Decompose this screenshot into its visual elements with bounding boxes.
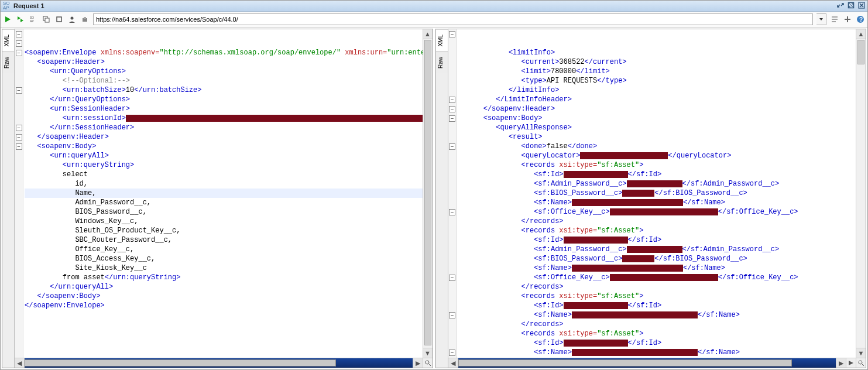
code-line[interactable]: <sf:Name></sf:Name> xyxy=(458,348,856,357)
code-line[interactable]: Office_Key__c, xyxy=(25,245,423,254)
code-line[interactable]: <sf:Office_Key__c></sf:Office_Key__c> xyxy=(458,207,856,217)
code-line[interactable]: </urn:QueryOptions> xyxy=(25,95,423,104)
wsi-button[interactable] xyxy=(830,15,839,24)
code-line[interactable]: <soapenv:Body> xyxy=(458,114,856,123)
code-line[interactable]: <!--Optional:--> xyxy=(25,76,423,85)
code-line[interactable]: <urn:queryString> xyxy=(25,160,423,170)
code-line[interactable]: <records xsi:type="sf:Asset"> xyxy=(458,226,856,235)
response-editor[interactable]: <limitInfo> <current>368522</current> <l… xyxy=(457,29,856,358)
code-line[interactable]: <records xsi:type="sf:Asset"> xyxy=(458,329,856,338)
code-line[interactable]: <limitInfo> xyxy=(458,48,856,57)
code-line[interactable]: </urn:queryAll> xyxy=(25,282,423,292)
tab-raw[interactable]: Raw xyxy=(2,52,14,73)
code-line[interactable]: <sf:Admin_Password__c></sf:Admin_Passwor… xyxy=(458,245,856,254)
code-line[interactable]: select xyxy=(25,170,423,179)
code-line[interactable]: </soapenv:Header> xyxy=(458,104,856,114)
response-hscrollbar[interactable]: ◀ ▶ xyxy=(448,358,846,368)
tab-xml-resp[interactable]: XML xyxy=(436,29,448,52)
fold-toggle[interactable]: − xyxy=(16,134,22,141)
request-hscrollbar[interactable]: ◀ ▶ xyxy=(15,358,423,368)
code-line[interactable]: <records xsi:type="sf:Asset"> xyxy=(458,292,856,301)
code-line[interactable]: <result> xyxy=(458,132,856,142)
code-line[interactable]: </urn:SessionHeader> xyxy=(25,123,423,132)
fold-toggle[interactable]: − xyxy=(16,87,22,94)
code-line[interactable]: </records> xyxy=(458,217,856,226)
code-line[interactable]: <sf:Name></sf:Name> xyxy=(458,198,856,207)
response-goto-button[interactable] xyxy=(846,358,856,368)
request-vscrollbar[interactable]: ▲ ▼ xyxy=(423,29,433,358)
code-line[interactable]: <limit>780000</limit> xyxy=(458,67,856,76)
code-line[interactable]: <urn:batchSize>10</urn:batchSize> xyxy=(25,85,423,95)
fold-toggle[interactable]: − xyxy=(449,106,455,112)
code-line[interactable]: SBC_Router_Password__c, xyxy=(25,235,423,245)
soap-send-button[interactable]: SOAP xyxy=(29,15,38,24)
new-window-button[interactable] xyxy=(42,15,51,24)
add-button[interactable] xyxy=(843,15,852,24)
attachment-button[interactable] xyxy=(80,15,90,24)
code-line[interactable]: <soapenv:Body> xyxy=(25,142,423,151)
code-line[interactable]: <done>false</done> xyxy=(458,142,856,151)
fold-toggle[interactable]: − xyxy=(449,115,455,122)
fold-toggle[interactable]: − xyxy=(16,40,22,47)
code-line[interactable]: <sf:Id></sf:Id> xyxy=(458,170,856,179)
user-button[interactable] xyxy=(67,15,77,24)
code-line[interactable]: </LimitInfoHeader> xyxy=(458,95,856,104)
code-line[interactable]: <current>368522</current> xyxy=(458,57,856,67)
fold-toggle[interactable]: − xyxy=(16,143,22,150)
code-line[interactable]: BIOS_Access_Key__c, xyxy=(25,254,423,263)
fold-toggle[interactable]: − xyxy=(449,31,455,37)
code-line[interactable]: <type>API REQUESTS</type> xyxy=(458,76,856,85)
fold-toggle[interactable]: − xyxy=(449,143,455,150)
code-line[interactable]: </records> xyxy=(458,320,856,329)
fold-toggle[interactable]: − xyxy=(16,125,22,131)
code-line[interactable]: Sleuth_OS_Product_Key__c, xyxy=(25,226,423,235)
fold-toggle[interactable]: − xyxy=(449,97,455,103)
close-icon[interactable] xyxy=(857,1,866,9)
restore-icon[interactable] xyxy=(836,1,845,9)
code-line[interactable]: Windows_Key__c, xyxy=(25,217,423,226)
help-button[interactable]: ? xyxy=(856,15,865,24)
endpoint-dropdown[interactable] xyxy=(816,13,826,25)
tab-raw-resp[interactable]: Raw xyxy=(436,52,448,73)
code-line[interactable]: <queryLocator></queryLocator> xyxy=(458,151,856,160)
fold-toggle[interactable]: − xyxy=(449,209,455,215)
response-vscrollbar[interactable]: ▲ ▼ xyxy=(856,29,866,358)
code-line[interactable]: <sf:BIOS_Password__c></sf:BIOS_Password_… xyxy=(458,254,856,263)
endpoint-input[interactable] xyxy=(93,13,813,25)
request-search-button[interactable] xyxy=(423,358,433,368)
code-line[interactable]: <queryAllResponse> xyxy=(458,123,856,132)
maximize-icon[interactable] xyxy=(846,1,856,9)
code-line[interactable]: <sf:Name></sf:Name> xyxy=(458,263,856,273)
code-line[interactable]: </soapenv:Header> xyxy=(25,132,423,142)
code-line[interactable]: <soapenv:Header> xyxy=(25,57,423,67)
code-line[interactable]: </soapenv:Envelope> xyxy=(25,301,423,310)
code-line[interactable]: from asset</urn:queryString> xyxy=(25,273,423,282)
titlebar[interactable]: SOAP Request 1 xyxy=(1,1,867,12)
fold-toggle[interactable]: − xyxy=(449,275,455,281)
code-line[interactable]: <sf:Name></sf:Name> xyxy=(458,310,856,320)
code-line[interactable]: </limitInfo> xyxy=(458,85,856,95)
code-line[interactable]: </records> xyxy=(458,357,856,358)
tab-xml[interactable]: XML xyxy=(2,29,14,52)
code-line[interactable]: <urn:SessionHeader> xyxy=(25,104,423,114)
code-line[interactable]: <urn:queryAll> xyxy=(25,151,423,160)
fold-toggle[interactable]: − xyxy=(16,50,22,56)
code-line[interactable]: <sf:Id></sf:Id> xyxy=(458,338,856,348)
stop-button[interactable] xyxy=(54,15,64,24)
code-line[interactable]: <soapenv:Envelope xmlns:soapenv="http://… xyxy=(25,48,423,57)
code-line[interactable]: <sf:BIOS_Password__c></sf:BIOS_Password_… xyxy=(458,189,856,198)
code-line[interactable]: <sf:Id></sf:Id> xyxy=(458,235,856,245)
fold-toggle[interactable]: − xyxy=(16,31,22,37)
code-line[interactable]: <records xsi:type="sf:Asset"> xyxy=(458,160,856,170)
fold-toggle[interactable]: − xyxy=(449,350,455,356)
code-line[interactable]: <sf:Id></sf:Id> xyxy=(458,301,856,310)
code-line[interactable]: BIOS_Password__c, xyxy=(25,207,423,217)
code-line[interactable]: <sf:Office_Key__c></sf:Office_Key__c> xyxy=(458,273,856,282)
code-line[interactable]: </records> xyxy=(458,282,856,292)
code-line[interactable]: Admin_Password__c, xyxy=(25,198,423,207)
run-sequence-button[interactable] xyxy=(16,15,25,24)
code-line[interactable]: <urn:sessionId> xyxy=(25,114,423,123)
code-line[interactable]: id, xyxy=(25,179,423,189)
run-button[interactable] xyxy=(3,15,12,24)
code-line[interactable]: <sf:Admin_Password__c></sf:Admin_Passwor… xyxy=(458,179,856,189)
